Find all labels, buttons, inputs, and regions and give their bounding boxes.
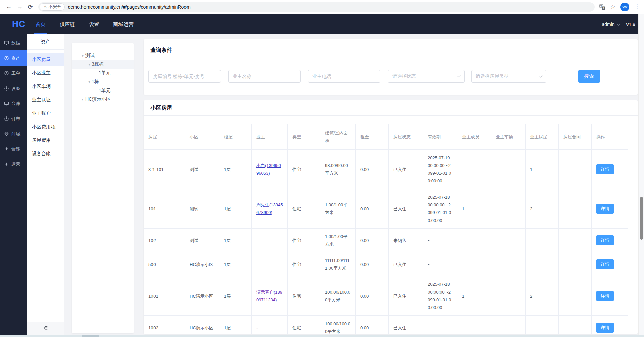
back-icon[interactable]: ←	[3, 2, 14, 12]
chevron-down-icon	[539, 74, 542, 77]
collapse-button[interactable]	[27, 322, 64, 335]
table-row: 101测试1层周先生(13945678900)住宅1.00/1.00平方米0.0…	[144, 189, 628, 229]
sidebar-item-workorder[interactable]: 工单	[0, 66, 27, 81]
horizontal-scrollbar-thumb[interactable]	[82, 335, 99, 337]
submenu-item-community-vehicle[interactable]: 小区车辆	[27, 79, 64, 93]
house-table: 房屋小区楼层业主类型建筑/室内面积租金房屋状态有效期业主成员业主车辆业主房屋房屋…	[144, 124, 628, 334]
submenu-item-owner-auth[interactable]: 业主认证	[27, 93, 64, 106]
avatar[interactable]: xw	[620, 3, 629, 11]
vertical-scrollbar[interactable]	[638, 14, 644, 337]
status-select[interactable]: 请选择状态	[388, 70, 465, 83]
sidebar-item-asset[interactable]: 资产	[0, 50, 27, 66]
tree-node-label: 1栋	[92, 79, 99, 85]
sidebar-item-order[interactable]: 订单	[0, 111, 27, 126]
owner-name-input[interactable]	[228, 70, 301, 83]
detail-button[interactable]: 详情	[596, 291, 614, 301]
detail-button[interactable]: 详情	[596, 235, 614, 245]
table-row: 1001HC演示小区1层演示客户(18909711234)住宅100.00/10…	[144, 276, 628, 316]
tree-node-label: 1单元	[99, 70, 111, 76]
submenu-item-community-owner[interactable]: 小区业主	[27, 66, 64, 79]
tree-node[interactable]: ▾1栋	[72, 77, 134, 86]
search-button[interactable]: 搜索	[578, 70, 600, 83]
cell-floor: 1层	[219, 276, 252, 316]
cell-vehicles	[491, 150, 526, 189]
cell-rent: 0.00	[356, 316, 389, 334]
horizontal-scrollbar[interactable]	[0, 335, 644, 337]
tree-node[interactable]: ▸HC演示小区	[72, 95, 134, 104]
tree-node[interactable]: 1单元	[72, 69, 134, 77]
sidebar-item-device[interactable]: 设备	[0, 81, 27, 96]
cell-members	[457, 229, 491, 252]
detail-button[interactable]: 详情	[596, 323, 614, 333]
forward-icon[interactable]: →	[14, 2, 25, 12]
table-header-row: 房屋小区楼层业主类型建筑/室内面积租金房屋状态有效期业主成员业主车辆业主房屋房屋…	[144, 124, 628, 150]
tab-home[interactable]: 首页	[29, 14, 53, 34]
cell-house: 102	[144, 229, 185, 252]
sidebar-item-marketing[interactable]: 营销	[0, 141, 27, 157]
tree-node[interactable]: ▾3栋栋	[72, 60, 134, 69]
detail-button[interactable]: 详情	[596, 204, 614, 214]
tab-settings[interactable]: 设置	[82, 14, 106, 34]
owner-phone-input[interactable]	[308, 70, 380, 83]
house-type-select[interactable]: 请选择房屋类型	[471, 70, 546, 83]
reload-icon[interactable]: ⟳	[25, 2, 36, 12]
screen: ← → ⟳ ⚠ 不安全 demo.homecommunity.cn/#/page…	[0, 0, 644, 337]
vertical-scrollbar-thumb[interactable]	[640, 197, 643, 240]
chevron-down-icon	[457, 74, 461, 77]
tab-mall-ops[interactable]: 商城运营	[106, 14, 141, 34]
cell-validity: 2025-07-18 00:00:00 ~2099-01-01 00:00:00	[423, 276, 457, 316]
caret-down-icon[interactable]: ▾	[87, 63, 92, 66]
col-members: 业主成员	[457, 124, 491, 150]
star-icon[interactable]: ☆	[610, 3, 615, 10]
cell-contract	[559, 150, 592, 189]
house-no-input[interactable]	[148, 70, 221, 83]
logo[interactable]: HC	[12, 19, 25, 29]
caret-right-icon[interactable]: ▸	[80, 98, 85, 101]
user-menu[interactable]: admin	[602, 22, 614, 27]
cell-floor: 1层	[219, 229, 252, 252]
sidebar-item-label: 资产	[11, 55, 20, 61]
col-contract: 房屋合同	[559, 124, 592, 150]
cell-vehicles	[491, 229, 526, 252]
url-bar[interactable]: ⚠ 不安全 demo.homecommunity.cn/#/pages/comm…	[38, 2, 595, 12]
owner-link[interactable]: 演示客户(18909711234)	[256, 290, 282, 302]
cell-houses	[526, 316, 559, 334]
submenu-item-house-fee[interactable]: 房屋费用	[27, 133, 64, 147]
sidebar-item-operation[interactable]: 运营	[0, 157, 27, 172]
sidebar-item-ledger[interactable]: 台账	[0, 96, 27, 111]
security-chip[interactable]: ⚠ 不安全	[40, 3, 65, 11]
cell-members: 1	[457, 276, 491, 316]
owner-link[interactable]: 小白(13965096053)	[256, 163, 281, 176]
submenu-title: 资产	[27, 34, 64, 50]
submenu-item-community-house[interactable]: 小区房屋	[27, 53, 64, 66]
sidebar-item-data[interactable]: 数据	[0, 35, 27, 50]
tree-node[interactable]: ▾测试	[72, 51, 134, 60]
detail-button[interactable]: 详情	[596, 164, 614, 174]
table-row: 1002HC演示小区1层-住宅100.00/100.00平方米0.00已入住~详…	[144, 316, 628, 334]
sidebar-item-mall[interactable]: 商城	[0, 126, 27, 141]
detail-button[interactable]: 详情	[596, 259, 614, 269]
icon-sidebar: 数据资产工单设备台账订单商城营销运营	[0, 34, 27, 337]
translate-icon[interactable]: 文A	[599, 4, 605, 10]
owner-link[interactable]: 周先生(13945678900)	[256, 202, 283, 215]
tree-node[interactable]: 1单元	[72, 86, 134, 95]
submenu-item-device-ledger[interactable]: 设备台账	[27, 147, 64, 160]
cell-houses	[526, 252, 559, 276]
cell-action: 详情	[592, 229, 628, 252]
version-label: v1.9	[626, 22, 635, 27]
cell-house: 3-1-101	[144, 150, 185, 189]
cell-community: HC演示小区	[185, 276, 219, 316]
col-vehicles: 业主车辆	[491, 124, 526, 150]
tab-supply-chain[interactable]: 供应链	[53, 14, 82, 34]
submenu-list: 小区房屋小区业主小区车辆业主认证业主账户小区费用项房屋费用设备台账	[27, 50, 64, 160]
submenu-item-community-fee-item[interactable]: 小区费用项	[27, 120, 64, 133]
cell-action: 详情	[592, 150, 628, 189]
table-row: 500HC演示小区1层-住宅11111.00/1111.00平方米0.00已入住…	[144, 252, 628, 276]
col-action: 操作	[592, 124, 628, 150]
cell-members	[457, 316, 491, 334]
caret-down-icon[interactable]: ▾	[80, 54, 85, 58]
submenu-item-owner-account[interactable]: 业主账户	[27, 106, 64, 120]
caret-down-icon[interactable]: ▾	[87, 80, 92, 84]
menu-dots-icon[interactable]: ⋮	[634, 3, 640, 10]
cell-status: 已入住	[389, 316, 423, 334]
